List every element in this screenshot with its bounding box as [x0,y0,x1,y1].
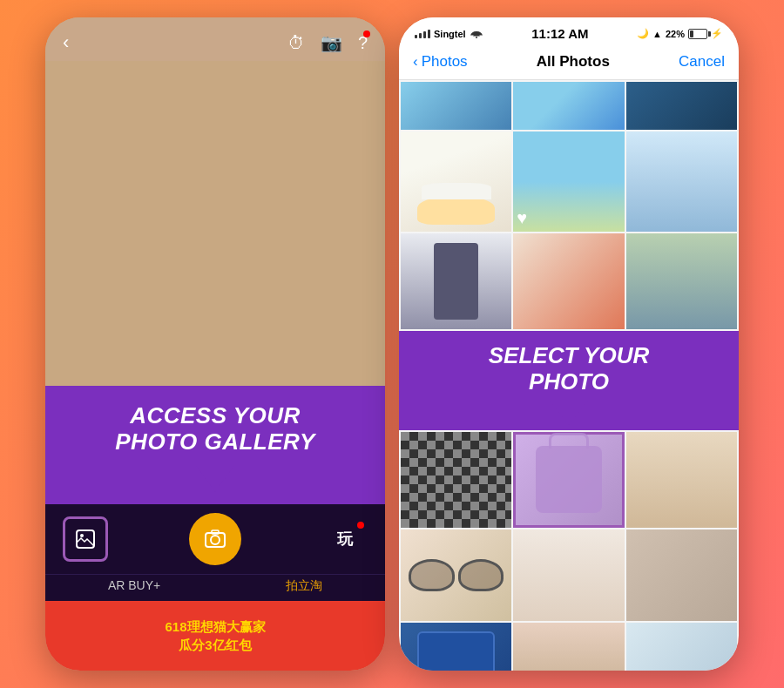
lightning-icon: ⚡ [711,28,723,39]
top-bar: ‹ ⏱ 📷 ? [45,17,385,61]
back-photos-button[interactable]: ‹ Photos [413,53,468,71]
battery-fill [690,30,693,37]
live-red-dot [357,522,364,529]
photo-cell[interactable]: ♥ [513,132,624,232]
photo-cell[interactable] [401,432,511,528]
signal-bars [415,30,430,38]
top-icons: ⏱ 📷 ? [287,32,368,53]
right-phone: Singtel 11:12 AM 🌙 ▲ 22% ⚡ ‹ Photos All … [399,17,739,671]
location-icon: ▲ [652,29,662,39]
left-phone: ‹ ⏱ 📷 ? ACCESS YOUR PHOTO GALLERY [45,17,385,671]
banner-text: 618理想猫大赢家 瓜分3亿红包 [165,617,265,654]
camera-texture [45,61,385,386]
camera-view: ‹ ⏱ 📷 ? [45,17,385,386]
photo-cell[interactable] [401,529,511,621]
select-line1: SELECT YOUR [489,342,649,368]
down-arrow-right [550,401,588,425]
svg-point-1 [80,534,84,537]
down-arrow-left [196,466,234,492]
svg-point-3 [211,536,220,544]
photo-cell[interactable] [513,82,624,130]
photo-cell[interactable] [626,529,737,621]
photo-cell[interactable] [401,82,511,130]
cancel-button[interactable]: Cancel [679,53,725,71]
instruction-text-left: ACCESS YOUR PHOTO GALLERY [115,403,314,455]
wifi-icon [470,29,483,39]
photo-grid-wrapper: ♥ SELECT YOUR PH [399,80,739,671]
back-chevron-icon: ‹ [413,53,418,71]
photo-grid-bottom [399,430,739,671]
live-label: 玩 [337,529,353,550]
promotional-banner[interactable]: 618理想猫大赢家 瓜分3亿红包 [45,601,385,671]
battery-icon [688,29,707,39]
photo-cell[interactable] [626,132,737,232]
tabs-bar: AR BUY+ 拍立淘 [45,574,385,601]
camera-switch-icon[interactable]: 📷 [321,32,342,53]
photo-cell[interactable] [401,233,511,329]
back-button[interactable]: ‹ [63,31,69,54]
photo-cell[interactable] [513,623,624,671]
bottom-toolbar: 玩 [45,504,385,574]
select-photo-overlay: SELECT YOUR PHOTO [399,331,739,430]
all-photos-title: All Photos [537,53,610,71]
camera-icon [203,527,227,551]
photo-cell[interactable] [626,233,737,329]
photo-cell[interactable] [626,82,737,130]
instruction-line1: ACCESS YOUR [130,402,301,428]
photo-cell[interactable] [626,432,737,528]
moon-icon: 🌙 [637,28,649,39]
gallery-button[interactable] [63,516,108,562]
shutter-button[interactable] [189,513,241,565]
ios-nav-bar: ‹ Photos All Photos Cancel [399,46,739,80]
battery-area: 🌙 ▲ 22% ⚡ [637,28,723,39]
live-button[interactable]: 玩 [322,516,368,562]
history-icon[interactable]: ⏱ [287,33,305,53]
access-gallery-overlay: ACCESS YOUR PHOTO GALLERY [45,386,385,504]
battery-percentage: 22% [666,29,685,39]
banner-line2: 瓜分3亿红包 [179,637,251,652]
banner-line1: 618理想猫大赢家 [165,619,265,634]
carrier-name: Singtel [434,29,466,39]
instruction-line2: PHOTO GALLERY [115,428,314,455]
clock-time: 11:12 AM [531,26,588,41]
photo-cell[interactable] [513,529,624,621]
instruction-text-right: SELECT YOUR PHOTO [489,343,649,395]
selected-photo-cell[interactable] [513,432,624,528]
photo-cell[interactable] [513,233,624,329]
gallery-icon [75,529,96,550]
back-photos-label: Photos [422,53,468,71]
ios-status-bar: Singtel 11:12 AM 🌙 ▲ 22% ⚡ [399,17,739,46]
signal-area: Singtel [415,29,483,39]
photo-cell[interactable] [626,623,737,671]
select-line2: PHOTO [529,368,609,395]
photo-grid-top: ♥ [399,80,739,331]
tab-ar[interactable]: AR BUY+ [108,578,160,594]
tab-photo[interactable]: 拍立淘 [286,578,322,594]
photo-cell[interactable] [401,132,511,232]
photo-cell[interactable] [401,623,511,671]
help-icon[interactable]: ? [358,33,368,53]
